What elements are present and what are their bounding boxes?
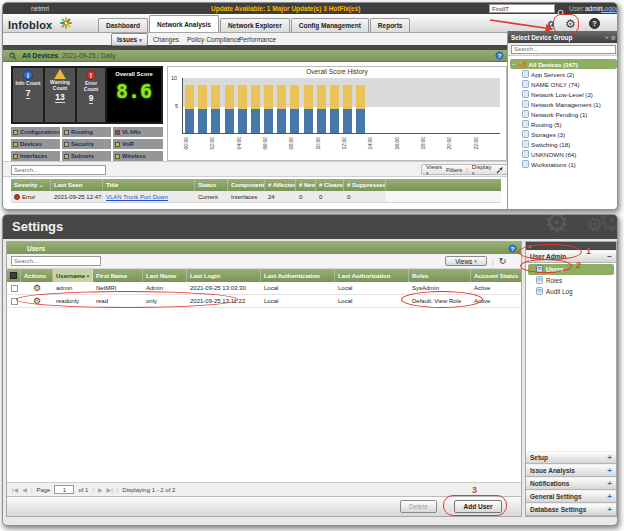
device-group-workstations[interactable]: Workstations (1) — [510, 159, 617, 169]
col-account-status[interactable]: Account Status — [471, 269, 521, 282]
user-row-admin[interactable]: ⚙ admin NetMRI Admin 2021-09-25 13:03:30… — [7, 282, 521, 295]
logout-link[interactable]: Logout — [601, 5, 618, 12]
views-menu[interactable]: Views ▾ — [426, 164, 442, 176]
cell-title[interactable]: VLAN Trunk Port Down — [103, 191, 195, 202]
next-page-icon[interactable]: ▶ — [98, 486, 103, 493]
device-group-app-servers[interactable]: App Servers (2) — [510, 69, 617, 79]
collapse-icon[interactable]: − — [512, 61, 516, 67]
score-bar — [264, 85, 273, 133]
page-input[interactable] — [54, 485, 74, 494]
col-suppressed[interactable]: # Suppressed — [344, 179, 386, 191]
add-user-button[interactable]: Add User — [454, 500, 502, 513]
tab-dashboard[interactable]: Dashboard — [98, 18, 148, 32]
row-checkbox[interactable] — [11, 298, 18, 305]
prev-page-icon[interactable]: ◀ — [22, 486, 27, 493]
tab-config-management[interactable]: Config Management — [291, 18, 369, 32]
sidebar-section-user-admin[interactable]: User Admin − — [526, 250, 616, 263]
sidebar-section-notifications[interactable]: Notifications+ — [526, 477, 616, 490]
sidebar-section-issue-analysis[interactable]: Issue Analysis+ — [526, 464, 616, 477]
sidebar-section-general-settings[interactable]: General Settings+ — [526, 490, 616, 503]
warning-count-value[interactable]: 13 — [55, 92, 64, 103]
settings-gear-icon[interactable]: ⚙ — [565, 18, 576, 30]
col-roles[interactable]: Roles — [409, 269, 471, 282]
col-severity[interactable]: Severity▲ — [11, 179, 51, 191]
col-actions[interactable]: Actions — [21, 269, 53, 282]
category-subnets[interactable]: Subnets — [62, 151, 111, 161]
tab-network-analysis[interactable]: Network Analysis — [149, 15, 219, 32]
tab-network-explorer[interactable]: Network Explorer — [220, 18, 290, 32]
col-last-authorization[interactable]: Last Authorization — [335, 269, 409, 282]
delete-button[interactable]: Delete — [400, 500, 437, 513]
col-last-seen[interactable]: Last Seen — [51, 179, 103, 191]
col-select-all[interactable] — [7, 269, 21, 282]
subtab-performance[interactable]: Performance — [239, 36, 276, 43]
col-title[interactable]: Title — [103, 179, 195, 191]
error-count-tile[interactable]: ! Error Count 9 — [77, 68, 105, 122]
category-configurations[interactable]: Configurations — [11, 127, 60, 137]
users-refresh-icon[interactable]: ↻ — [499, 256, 507, 266]
users-views-button[interactable]: Views▾ — [445, 256, 487, 266]
scope-help-icon[interactable]: ? — [495, 51, 503, 59]
first-page-icon[interactable]: |◀ — [12, 486, 18, 493]
info-count-value[interactable]: 7 — [26, 88, 31, 99]
category-vlans[interactable]: VLANs — [113, 127, 163, 137]
scope-search-icon[interactable] — [9, 52, 17, 60]
category-voip[interactable]: VoIP — [113, 139, 163, 149]
category-routing[interactable]: Routing — [62, 127, 111, 137]
col-status[interactable]: Status — [195, 179, 228, 191]
col-last-authentication[interactable]: Last Authentication — [261, 269, 335, 282]
device-group-switching[interactable]: Switching (18) — [510, 139, 617, 149]
device-group-network-management[interactable]: Network Management (1) — [510, 99, 617, 109]
col-affected[interactable]: # Affected — [265, 179, 296, 191]
findit-input[interactable] — [489, 4, 555, 13]
col-cleared[interactable]: # Cleared — [316, 179, 344, 191]
category-interfaces[interactable]: Interfaces — [11, 151, 60, 161]
device-group-search-input[interactable] — [511, 45, 616, 54]
sidebar-section-database-settings[interactable]: Database Settings+ — [526, 503, 616, 516]
tab-reports[interactable]: Reports — [370, 18, 411, 32]
sidebar-collapse-bar[interactable]: » — [526, 242, 616, 250]
sidebar-section-setup[interactable]: Setup+ — [526, 451, 616, 464]
panel-gear-icon[interactable]: ⚙ — [611, 34, 616, 41]
display-menu[interactable]: Display ▾ — [472, 164, 492, 176]
users-search-input[interactable] — [11, 256, 101, 266]
subtab-policy-compliance[interactable]: Policy Compliance — [187, 36, 240, 43]
category-devices[interactable]: Devices — [11, 139, 60, 149]
device-group-unknown[interactable]: UNKNOWN (64) — [510, 149, 617, 159]
category-security[interactable]: Security — [62, 139, 111, 149]
issue-row[interactable]: Error 2021-09-25 12:47:27 VLAN Trunk Por… — [11, 191, 501, 203]
col-new[interactable]: # New — [296, 179, 316, 191]
col-last-login[interactable]: Last Login — [187, 269, 261, 282]
info-count-tile[interactable]: i Info Count 7 — [13, 68, 43, 122]
sidebar-item-roles[interactable]: Roles — [528, 275, 614, 286]
col-first-name[interactable]: First Name — [93, 269, 143, 282]
device-group-network-pending[interactable]: Network Pending (1) — [510, 109, 617, 119]
error-count-value[interactable]: 9 — [89, 93, 94, 104]
warning-count-tile[interactable]: Warning Count 13 — [45, 68, 75, 122]
help-icon[interactable]: ? — [589, 18, 600, 29]
col-username[interactable]: Username▲ — [53, 269, 93, 282]
category-wireless[interactable]: Wireless — [113, 151, 163, 161]
subtab-changes[interactable]: Changes — [153, 36, 179, 43]
subtab-issues[interactable]: Issues ▾ — [111, 33, 148, 46]
select-all-checkbox[interactable] — [10, 272, 17, 279]
user-row-readonly[interactable]: ⚙ readonly read only 2021-09-25 13:11:22… — [7, 295, 521, 308]
col-component[interactable]: Component — [228, 179, 265, 191]
device-group-name-only[interactable]: NAME ONLY (74) — [510, 79, 617, 89]
col-last-name[interactable]: Last Name — [143, 269, 187, 282]
panel-collapse-icon[interactable]: » — [605, 34, 608, 40]
tree-root-all-devices[interactable]: − All Devices (167) — [510, 59, 617, 69]
device-group-routing[interactable]: Routing (5) — [510, 119, 617, 129]
row-checkbox[interactable] — [11, 285, 18, 292]
sidebar-item-audit-log[interactable]: Audit Log — [528, 286, 614, 297]
pin-icon[interactable] — [496, 166, 504, 174]
sidebar-item-users[interactable]: Users — [528, 264, 614, 275]
row-actions-gear-icon[interactable]: ⚙ — [33, 284, 41, 293]
users-help-icon[interactable]: ? — [508, 244, 516, 252]
row-actions-gear-icon[interactable]: ⚙ — [33, 297, 41, 306]
filters-menu[interactable]: Filters — [446, 167, 462, 173]
last-page-icon[interactable]: ▶| — [107, 486, 113, 493]
issues-search-input[interactable] — [11, 165, 106, 175]
device-group-storages[interactable]: Storages (3) — [510, 129, 617, 139]
device-group-network-low-level[interactable]: Network Low-Level (2) — [510, 89, 617, 99]
